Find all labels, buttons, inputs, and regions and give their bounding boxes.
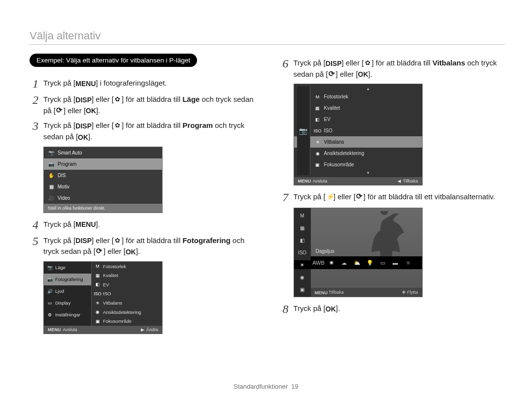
settings-icon: ☀: [95, 301, 100, 306]
wb-option-icon[interactable]: ▬: [392, 259, 399, 267]
up-arrow-icon: ▴: [294, 86, 422, 91]
right-arrow-icon: ▶: [141, 327, 144, 332]
whitebalance-panel: M▦◧ISO☀◉▣ Dagsljus AWB☀☁⛅💡▭▬◾ MENU Tillb…: [294, 208, 423, 297]
settings-left-item[interactable]: 🔊Ljud: [44, 285, 91, 297]
step-body: Tryck på [DISP] eller [] för att bläddra…: [43, 119, 255, 142]
wb-option-icon[interactable]: ☁: [340, 259, 348, 267]
disp-button-label: DISP: [326, 59, 342, 69]
step-number: 8: [280, 302, 289, 315]
wb-left-icon-column: M▦◧ISO☀◉▣: [294, 208, 311, 297]
footer-left-label: Avsluta: [63, 327, 77, 332]
settings-right-item[interactable]: ◧EV: [92, 280, 162, 289]
step-body: Tryck på [MENU] i fotograferingsläget.: [43, 77, 255, 89]
settings-icon: ◧: [95, 282, 100, 287]
menu-button-label: MENU: [75, 79, 96, 89]
wb-option-icon[interactable]: AWB: [315, 259, 323, 267]
step-number: 3: [30, 119, 38, 132]
mode-menu-item[interactable]: ▦Motiv: [44, 181, 162, 192]
settings-left-item[interactable]: 📷Fotografering: [44, 274, 91, 285]
shooting-icon: M: [315, 94, 321, 99]
settings-label: Kvalitet: [103, 273, 118, 278]
shooting-menu-item[interactable]: ◧EV: [294, 114, 422, 125]
settings-icon: 📷: [47, 265, 53, 270]
shooting-menu-item[interactable]: ▦Kvalitet: [294, 102, 422, 114]
shooting-label: Kvalitet: [324, 105, 340, 111]
mode-label: Video: [58, 195, 70, 201]
wb-option-icon[interactable]: 💡: [366, 259, 374, 267]
settings-icon: ▦: [95, 273, 100, 278]
mode-menu-item[interactable]: 📷Smart Auto: [44, 147, 162, 158]
shooting-icon: ▦: [315, 106, 321, 111]
shooting-icon: ISO: [315, 128, 321, 133]
timer-icon: [328, 71, 336, 78]
settings-label: Fokusområde: [103, 318, 132, 324]
macro-icon: [114, 122, 122, 129]
target-word: Program: [182, 121, 213, 129]
timer-icon: [356, 193, 364, 200]
wb-option-icon[interactable]: ☀: [328, 259, 335, 267]
settings-right-item[interactable]: ▣Fokusområde: [92, 316, 162, 326]
step-body: Tryck på [DISP] eller [] för att bläddra…: [43, 93, 255, 116]
settings-label: Vitbalans: [103, 300, 122, 306]
disp-button-label: DISP: [75, 121, 92, 131]
panel-footer: MENU Avsluta ◀ Tillbaka: [294, 177, 422, 185]
mode-menu-panel: 📷Smart Auto📷Program✋DIS▦Motiv🎥Video Stäl…: [43, 147, 163, 213]
shooting-icon: ◧: [315, 117, 321, 122]
settings-right-item[interactable]: MFotostorlek: [92, 262, 162, 271]
mode-menu-item[interactable]: ✋DIS: [44, 170, 162, 181]
wb-option-strip[interactable]: AWB☀☁⛅💡▭▬◾: [311, 256, 422, 269]
shooting-icon: ☀: [315, 140, 321, 145]
shooting-menu-item[interactable]: ▣Fokusområde: [294, 159, 422, 170]
macro-icon: [114, 96, 122, 103]
mode-menu-item[interactable]: 🎥Video: [44, 192, 162, 204]
settings-icon: M: [95, 264, 100, 269]
step-8: 8 Tryck på [OK].: [280, 302, 505, 315]
wb-option-icon[interactable]: ◾: [404, 259, 412, 267]
settings-left-item[interactable]: ⚙Inställningar: [44, 309, 91, 321]
step-number: 2: [30, 93, 38, 106]
settings-label: Fotografering: [55, 277, 83, 282]
wb-option-icon[interactable]: ▭: [379, 259, 387, 267]
shooting-label: EV: [324, 117, 331, 122]
settings-right-item[interactable]: ▦Kvalitet: [92, 271, 162, 280]
settings-right-column: MFotostorlek▦Kvalitet◧EVISOISO☀Vitbalans…: [92, 262, 162, 326]
menu-button-label: MENU: [75, 219, 96, 230]
settings-icon: ▣: [95, 319, 100, 324]
wb-option-icon[interactable]: ⛅: [353, 259, 361, 267]
footer-right-label: Tillbaka: [403, 179, 418, 184]
shooting-menu-item[interactable]: MFotostorlek: [294, 91, 422, 102]
shooting-label: Ansiktsdetektering: [324, 151, 365, 156]
wb-side-icon: ▦: [300, 223, 304, 232]
settings-label: Ansiktsdetektering: [103, 309, 141, 315]
right-column: 6 Tryck på [DISP] eller [] för att blädd…: [280, 54, 505, 334]
move-icon: ✥: [402, 290, 406, 295]
settings-left-item[interactable]: ▭Display: [44, 297, 91, 309]
mode-label: Motiv: [58, 184, 69, 189]
settings-right-item[interactable]: ☀Vitbalans: [92, 298, 162, 308]
step-number: 4: [30, 218, 38, 231]
step-number: 7: [280, 190, 289, 204]
ok-button-label: OK: [326, 304, 336, 314]
timer-icon: [96, 248, 103, 255]
text: ] i fotograferingsläget.: [96, 79, 167, 87]
settings-label: Display: [55, 300, 70, 306]
settings-label: Fotostorlek: [103, 264, 126, 269]
macro-icon: [114, 237, 122, 244]
settings-right-item[interactable]: ◉Ansiktsdetektering: [92, 308, 162, 317]
step-body: Tryck på [DISP] eller [] för att bläddra…: [294, 57, 505, 80]
settings-left-column: 📷Läge📷Fotografering🔊Ljud▭Display⚙Inställ…: [44, 262, 92, 326]
settings-label: Läge: [55, 265, 66, 270]
flash-icon: [326, 193, 333, 200]
shooting-menu-item[interactable]: ☀Vitbalans: [294, 136, 422, 148]
panel-footer: MENU Avsluta ▶ Ändra: [44, 326, 162, 334]
shooting-menu-item[interactable]: ISOISO: [294, 125, 422, 136]
settings-left-item[interactable]: 📷Läge: [44, 262, 91, 274]
settings-right-item[interactable]: ISOISO: [92, 289, 162, 299]
settings-label: Inställningar: [55, 312, 80, 317]
step-body: Tryck på [OK].: [294, 302, 505, 314]
settings-icon: ISO: [95, 291, 100, 296]
mode-menu-item[interactable]: 📷Program: [44, 158, 162, 170]
panel-hint: Ställ in olika funktioner direkt.: [44, 204, 162, 213]
shooting-menu-item[interactable]: ◉Ansiktsdetektering: [294, 148, 422, 159]
shooting-icon: ◉: [315, 151, 321, 156]
